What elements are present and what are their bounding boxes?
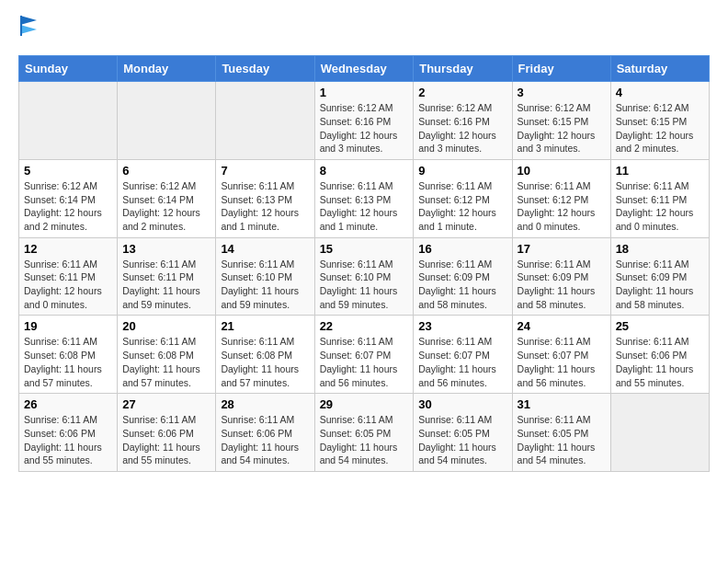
calendar-cell: 26Sunrise: 6:11 AM Sunset: 6:06 PM Dayli… <box>19 394 118 472</box>
day-info: Sunrise: 6:11 AM Sunset: 6:06 PM Dayligh… <box>122 413 210 467</box>
day-number: 2 <box>418 86 506 99</box>
weekday-header-tuesday: Tuesday <box>216 56 314 82</box>
svg-marker-1 <box>20 25 37 34</box>
calendar-body: 1Sunrise: 6:12 AM Sunset: 6:16 PM Daylig… <box>19 82 710 472</box>
day-info: Sunrise: 6:11 AM Sunset: 6:07 PM Dayligh… <box>518 335 606 389</box>
page-header <box>18 18 710 40</box>
day-number: 22 <box>320 319 409 333</box>
calendar-cell: 9Sunrise: 6:11 AM Sunset: 6:12 PM Daylig… <box>414 159 512 237</box>
day-number: 10 <box>518 164 606 178</box>
day-number: 18 <box>616 242 704 256</box>
calendar-cell: 5Sunrise: 6:12 AM Sunset: 6:14 PM Daylig… <box>19 159 118 237</box>
day-number: 4 <box>616 86 704 99</box>
day-info: Sunrise: 6:12 AM Sunset: 6:15 PM Dayligh… <box>616 101 704 155</box>
calendar-cell: 2Sunrise: 6:12 AM Sunset: 6:16 PM Daylig… <box>414 82 512 160</box>
day-info: Sunrise: 6:12 AM Sunset: 6:14 PM Dayligh… <box>122 179 210 234</box>
calendar-cell: 28Sunrise: 6:11 AM Sunset: 6:06 PM Dayli… <box>216 394 314 472</box>
day-info: Sunrise: 6:12 AM Sunset: 6:16 PM Dayligh… <box>320 101 409 155</box>
calendar-cell: 1Sunrise: 6:12 AM Sunset: 6:16 PM Daylig… <box>314 82 414 160</box>
day-info: Sunrise: 6:11 AM Sunset: 6:13 PM Dayligh… <box>320 179 409 234</box>
day-number: 19 <box>24 319 112 333</box>
day-info: Sunrise: 6:12 AM Sunset: 6:16 PM Dayligh… <box>418 101 506 155</box>
calendar-cell: 17Sunrise: 6:11 AM Sunset: 6:09 PM Dayli… <box>512 237 610 316</box>
calendar-cell: 14Sunrise: 6:11 AM Sunset: 6:10 PM Dayli… <box>216 237 314 316</box>
weekday-header-thursday: Thursday <box>414 56 512 82</box>
day-info: Sunrise: 6:11 AM Sunset: 6:12 PM Dayligh… <box>518 179 606 234</box>
calendar-cell: 31Sunrise: 6:11 AM Sunset: 6:05 PM Dayli… <box>512 394 610 472</box>
calendar-cell <box>118 82 216 160</box>
day-info: Sunrise: 6:11 AM Sunset: 6:08 PM Dayligh… <box>221 335 309 389</box>
calendar-cell <box>610 394 709 472</box>
calendar-cell: 22Sunrise: 6:11 AM Sunset: 6:07 PM Dayli… <box>314 316 414 394</box>
day-number: 6 <box>122 164 210 178</box>
calendar-header: SundayMondayTuesdayWednesdayThursdayFrid… <box>19 56 710 82</box>
day-info: Sunrise: 6:11 AM Sunset: 6:09 PM Dayligh… <box>616 258 704 312</box>
calendar-cell: 11Sunrise: 6:11 AM Sunset: 6:11 PM Dayli… <box>610 159 709 237</box>
weekday-header-friday: Friday <box>512 56 610 82</box>
day-number: 16 <box>418 242 506 256</box>
day-number: 21 <box>221 319 309 333</box>
calendar-cell: 30Sunrise: 6:11 AM Sunset: 6:05 PM Dayli… <box>414 394 512 472</box>
day-info: Sunrise: 6:11 AM Sunset: 6:12 PM Dayligh… <box>418 179 506 234</box>
calendar-cell: 27Sunrise: 6:11 AM Sunset: 6:06 PM Dayli… <box>118 394 216 472</box>
calendar-cell: 12Sunrise: 6:11 AM Sunset: 6:11 PM Dayli… <box>19 237 118 316</box>
calendar-cell: 6Sunrise: 6:12 AM Sunset: 6:14 PM Daylig… <box>118 159 216 237</box>
day-info: Sunrise: 6:11 AM Sunset: 6:08 PM Dayligh… <box>24 335 112 389</box>
weekday-row: SundayMondayTuesdayWednesdayThursdayFrid… <box>19 56 710 82</box>
day-info: Sunrise: 6:11 AM Sunset: 6:11 PM Dayligh… <box>122 258 210 312</box>
calendar-week-2: 5Sunrise: 6:12 AM Sunset: 6:14 PM Daylig… <box>19 159 710 237</box>
calendar-cell: 19Sunrise: 6:11 AM Sunset: 6:08 PM Dayli… <box>19 316 118 394</box>
day-info: Sunrise: 6:11 AM Sunset: 6:11 PM Dayligh… <box>616 179 704 234</box>
day-number: 1 <box>320 86 409 99</box>
weekday-header-sunday: Sunday <box>19 56 118 82</box>
day-info: Sunrise: 6:11 AM Sunset: 6:05 PM Dayligh… <box>418 413 506 467</box>
day-info: Sunrise: 6:11 AM Sunset: 6:09 PM Dayligh… <box>518 258 606 312</box>
day-info: Sunrise: 6:12 AM Sunset: 6:14 PM Dayligh… <box>24 179 112 234</box>
calendar-cell: 29Sunrise: 6:11 AM Sunset: 6:05 PM Dayli… <box>314 394 414 472</box>
calendar-cell: 7Sunrise: 6:11 AM Sunset: 6:13 PM Daylig… <box>216 159 314 237</box>
weekday-header-saturday: Saturday <box>610 56 709 82</box>
day-number: 20 <box>122 319 210 333</box>
day-info: Sunrise: 6:11 AM Sunset: 6:05 PM Dayligh… <box>320 413 409 467</box>
calendar-table: SundayMondayTuesdayWednesdayThursdayFrid… <box>18 55 710 472</box>
svg-marker-0 <box>20 16 37 25</box>
day-number: 28 <box>221 397 309 411</box>
calendar-cell: 8Sunrise: 6:11 AM Sunset: 6:13 PM Daylig… <box>314 159 414 237</box>
day-number: 23 <box>418 319 506 333</box>
calendar-cell: 21Sunrise: 6:11 AM Sunset: 6:08 PM Dayli… <box>216 316 314 394</box>
day-info: Sunrise: 6:11 AM Sunset: 6:07 PM Dayligh… <box>320 335 409 389</box>
day-info: Sunrise: 6:11 AM Sunset: 6:05 PM Dayligh… <box>518 413 606 467</box>
calendar-cell <box>19 82 118 160</box>
calendar-week-1: 1Sunrise: 6:12 AM Sunset: 6:16 PM Daylig… <box>19 82 710 160</box>
day-number: 29 <box>320 397 409 411</box>
day-info: Sunrise: 6:11 AM Sunset: 6:11 PM Dayligh… <box>24 258 112 312</box>
weekday-header-wednesday: Wednesday <box>314 56 414 82</box>
calendar-cell: 16Sunrise: 6:11 AM Sunset: 6:09 PM Dayli… <box>414 237 512 316</box>
day-number: 17 <box>518 242 606 256</box>
day-number: 30 <box>418 397 506 411</box>
day-info: Sunrise: 6:11 AM Sunset: 6:10 PM Dayligh… <box>221 258 309 312</box>
calendar-cell: 15Sunrise: 6:11 AM Sunset: 6:10 PM Dayli… <box>314 237 414 316</box>
calendar-cell: 24Sunrise: 6:11 AM Sunset: 6:07 PM Dayli… <box>512 316 610 394</box>
day-number: 14 <box>221 242 309 256</box>
day-info: Sunrise: 6:11 AM Sunset: 6:10 PM Dayligh… <box>320 258 409 312</box>
calendar-cell: 23Sunrise: 6:11 AM Sunset: 6:07 PM Dayli… <box>414 316 512 394</box>
day-number: 15 <box>320 242 409 256</box>
day-info: Sunrise: 6:11 AM Sunset: 6:08 PM Dayligh… <box>122 335 210 389</box>
day-info: Sunrise: 6:11 AM Sunset: 6:06 PM Dayligh… <box>221 413 309 467</box>
day-info: Sunrise: 6:11 AM Sunset: 6:07 PM Dayligh… <box>418 335 506 389</box>
calendar-cell: 3Sunrise: 6:12 AM Sunset: 6:15 PM Daylig… <box>512 82 610 160</box>
day-number: 9 <box>418 164 506 178</box>
day-number: 27 <box>122 397 210 411</box>
calendar-cell <box>216 82 314 160</box>
calendar-cell: 13Sunrise: 6:11 AM Sunset: 6:11 PM Dayli… <box>118 237 216 316</box>
day-number: 13 <box>122 242 210 256</box>
logo <box>18 18 37 40</box>
day-number: 25 <box>616 319 704 333</box>
logo-flag-icon <box>20 16 37 36</box>
day-number: 24 <box>518 319 606 333</box>
day-info: Sunrise: 6:11 AM Sunset: 6:06 PM Dayligh… <box>616 335 704 389</box>
day-number: 3 <box>518 86 606 99</box>
calendar-week-5: 26Sunrise: 6:11 AM Sunset: 6:06 PM Dayli… <box>19 394 710 472</box>
day-number: 11 <box>616 164 704 178</box>
